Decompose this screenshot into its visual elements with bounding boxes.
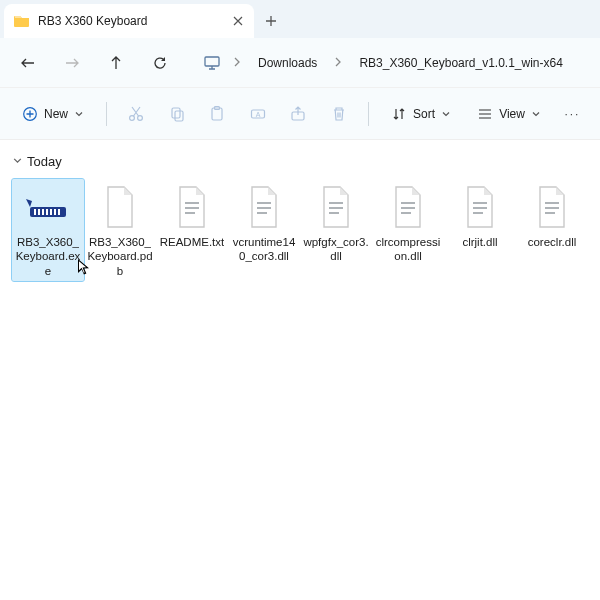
group-header[interactable]: Today — [12, 154, 588, 169]
file-label: clrcompression.dll — [374, 235, 442, 264]
file-grid: RB3_X360_Keyboard.exe RB3_X360_Keyboard.… — [12, 179, 588, 281]
file-item[interactable]: clrjit.dll — [444, 179, 516, 281]
svg-point-2 — [130, 115, 135, 120]
svg-rect-0 — [205, 57, 219, 66]
svg-rect-15 — [46, 209, 48, 215]
view-label: View — [499, 107, 525, 121]
share-button[interactable] — [281, 97, 316, 131]
pc-icon[interactable] — [202, 53, 222, 73]
svg-point-3 — [138, 115, 143, 120]
rename-button[interactable]: A — [241, 97, 276, 131]
nav-bar: Downloads RB3_X360_Keyboard_v1.0.1_win-x… — [0, 38, 600, 88]
svg-rect-5 — [175, 111, 183, 121]
command-bar: New A Sort View ··· — [0, 88, 600, 140]
sort-button[interactable]: Sort — [381, 97, 461, 131]
app-icon — [24, 183, 72, 231]
breadcrumb-segment-folder[interactable]: RB3_X360_Keyboard_v1.0.1_win-x64 — [353, 52, 568, 74]
file-label: clrjit.dll — [462, 235, 497, 249]
file-item[interactable]: RB3_X360_Keyboard.pdb — [84, 179, 156, 281]
delete-button[interactable] — [322, 97, 357, 131]
chevron-down-icon — [74, 109, 84, 119]
file-item[interactable]: clrcompression.dll — [372, 179, 444, 281]
chevron-down-icon — [441, 109, 451, 119]
back-button[interactable] — [10, 45, 46, 81]
svg-rect-17 — [54, 209, 56, 215]
up-button[interactable] — [98, 45, 134, 81]
file-icon-text — [456, 183, 504, 231]
file-label: RB3_X360_Keyboard.pdb — [86, 235, 154, 277]
chevron-down-icon — [531, 109, 541, 119]
group-label: Today — [27, 154, 62, 169]
close-icon[interactable] — [232, 15, 244, 27]
breadcrumb-segment-downloads[interactable]: Downloads — [252, 52, 323, 74]
tab-title: RB3 X360 Keyboard — [38, 14, 224, 28]
file-label: coreclr.dll — [528, 235, 577, 249]
file-icon-text — [528, 183, 576, 231]
svg-text:A: A — [256, 111, 261, 118]
chevron-right-icon[interactable] — [230, 56, 244, 70]
chevron-down-icon — [12, 155, 23, 169]
svg-rect-18 — [58, 209, 60, 215]
file-area: Today RB3_X360_Keyboard.exe RB3_X360_Key… — [0, 140, 600, 293]
file-icon-blank — [96, 183, 144, 231]
new-label: New — [44, 107, 68, 121]
tab-bar: RB3 X360 Keyboard — [0, 0, 600, 38]
file-item[interactable]: vcruntime140_cor3.dll — [228, 179, 300, 281]
file-label: README.txt — [160, 235, 225, 249]
file-label: wpfgfx_cor3.dll — [302, 235, 370, 264]
file-icon-text — [384, 183, 432, 231]
forward-button[interactable] — [54, 45, 90, 81]
file-icon-text — [240, 183, 288, 231]
paste-button[interactable] — [200, 97, 235, 131]
refresh-button[interactable] — [142, 45, 178, 81]
file-item-exe[interactable]: RB3_X360_Keyboard.exe — [12, 179, 84, 281]
svg-rect-12 — [34, 209, 36, 215]
chevron-right-icon[interactable] — [331, 56, 345, 70]
view-button[interactable]: View — [467, 97, 551, 131]
sort-label: Sort — [413, 107, 435, 121]
file-label: RB3_X360_Keyboard.exe — [14, 235, 82, 277]
file-item[interactable]: README.txt — [156, 179, 228, 281]
divider — [368, 102, 369, 126]
new-tab-button[interactable] — [254, 4, 288, 38]
svg-rect-16 — [50, 209, 52, 215]
more-button[interactable]: ··· — [557, 97, 588, 131]
svg-rect-4 — [172, 108, 180, 118]
file-icon-text — [312, 183, 360, 231]
file-item[interactable]: wpfgfx_cor3.dll — [300, 179, 372, 281]
file-label: vcruntime140_cor3.dll — [230, 235, 298, 264]
file-icon-text — [168, 183, 216, 231]
tab-active[interactable]: RB3 X360 Keyboard — [4, 4, 254, 38]
folder-icon — [14, 13, 30, 29]
new-button[interactable]: New — [12, 97, 94, 131]
copy-button[interactable] — [159, 97, 194, 131]
divider — [106, 102, 107, 126]
svg-rect-14 — [42, 209, 44, 215]
svg-rect-13 — [38, 209, 40, 215]
file-item[interactable]: coreclr.dll — [516, 179, 588, 281]
cut-button[interactable] — [119, 97, 154, 131]
